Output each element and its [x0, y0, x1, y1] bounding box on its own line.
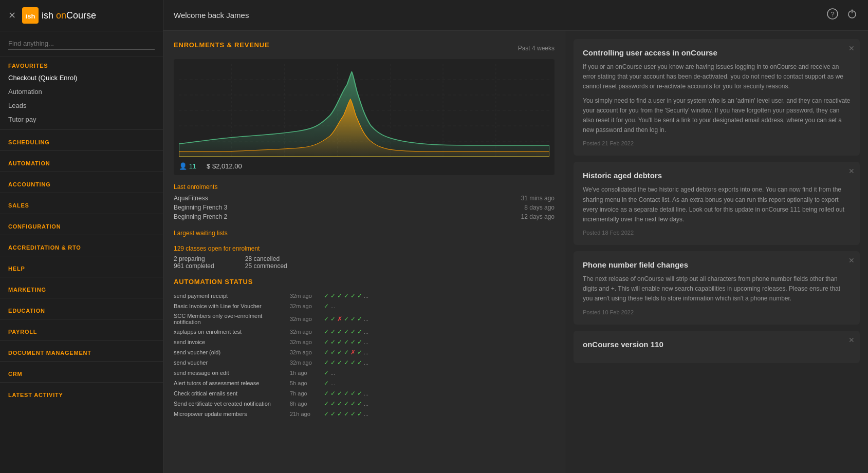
check-icon: ✓: [324, 369, 329, 376]
auto-time: 8h ago: [290, 401, 321, 407]
fail-icon: ✗: [337, 315, 342, 323]
revenue-amount: $ $2,012.00: [207, 162, 242, 170]
last-enrolments-label[interactable]: Last enrolments: [174, 183, 555, 191]
news-card-title: Phone number field changes: [583, 260, 851, 269]
configuration-label: CONFIGURATION: [0, 217, 163, 232]
more-icon[interactable]: ...: [364, 411, 368, 417]
auto-checks: ✓ ✓ ✓ ✓ ✓ ✓ ...: [324, 338, 368, 346]
more-icon[interactable]: ...: [364, 339, 368, 345]
check-icon: ✓: [344, 390, 349, 397]
accounting-label: ACCOUNTING: [0, 175, 163, 190]
automation-row: send voucher (old) 32m ago ✓ ✓ ✓ ✓ ✗ ✓ .…: [174, 347, 555, 357]
check-icon: ✓: [330, 315, 336, 323]
auto-name: send voucher: [174, 360, 287, 366]
check-icon: ✓: [350, 315, 356, 323]
sidebar-item-tutor-pay[interactable]: Tutor pay: [0, 112, 163, 126]
auto-checks: ✓ ✓ ✓ ✓ ✗ ✓ ...: [324, 349, 368, 356]
period-label: Past 4 weeks: [518, 45, 555, 52]
sidebar-favourites-section: FAVOURITES Checkout (Quick Enrol) Automa…: [0, 56, 163, 126]
more-icon[interactable]: ...: [364, 390, 368, 396]
commenced-stat: 25 commenced: [245, 262, 287, 270]
more-icon[interactable]: ...: [364, 329, 368, 335]
more-icon[interactable]: ...: [364, 401, 368, 407]
news-card-debtors: ✕ Historic aged debtors We've consolidat…: [574, 162, 860, 245]
check-icon: ✓: [350, 410, 356, 418]
check-icon: ✓: [330, 292, 336, 299]
sidebar-item-checkout[interactable]: Checkout (Quick Enrol): [0, 71, 163, 85]
close-news-card-button[interactable]: ✕: [848, 256, 855, 264]
auto-checks: ✓ ✓ ✓ ✓ ✓ ✓ ...: [324, 359, 368, 366]
enrolment-row: Beginning French 3 8 days ago: [174, 203, 555, 212]
help-icon[interactable]: ?: [827, 8, 838, 22]
check-icon: ✓: [330, 390, 336, 397]
check-icon: ✓: [324, 410, 329, 418]
automation-row: Send certificate vet created notificatio…: [174, 399, 555, 409]
automation-row: send message on edit 1h ago ✓ ...: [174, 368, 555, 378]
main-header: Welcome back James ?: [163, 0, 868, 31]
auto-name: send invoice: [174, 339, 287, 345]
auto-time: 21h ago: [290, 411, 321, 417]
close-news-card-button[interactable]: ✕: [848, 167, 855, 175]
check-icon: ✓: [337, 410, 342, 418]
sidebar-item-leads[interactable]: Leads: [0, 99, 163, 112]
enrolment-time: 12 days ago: [521, 213, 555, 220]
news-card-access: ✕ Controlling user access in onCourse If…: [574, 39, 860, 156]
close-news-card-button[interactable]: ✕: [848, 44, 855, 52]
open-enrolment-label[interactable]: 129 classes open for enrolment: [174, 245, 555, 252]
search-input[interactable]: [8, 37, 155, 50]
check-icon: ✓: [324, 292, 329, 299]
check-icon: ✓: [344, 349, 349, 356]
more-icon[interactable]: ...: [364, 349, 368, 355]
more-icon[interactable]: ...: [364, 293, 368, 299]
check-icon: ✓: [324, 380, 329, 387]
automation-row: Check critical emails sent 7h ago ✓ ✓ ✓ …: [174, 388, 555, 399]
help-label: HELP: [0, 259, 163, 274]
more-icon[interactable]: ...: [364, 316, 368, 322]
waiting-lists-label[interactable]: Largest waiting lists: [174, 230, 555, 237]
preparing-stat: 2 preparing: [174, 255, 214, 262]
check-icon: ✓: [350, 338, 356, 346]
logo-text: ish onCourse: [42, 10, 96, 21]
check-icon: ✓: [350, 328, 356, 335]
news-card-title: Controlling user access in onCourse: [583, 48, 851, 57]
close-sidebar-button[interactable]: ✕: [8, 10, 16, 21]
auto-name: Basic Invoice with Line for Voucher: [174, 303, 287, 309]
enrolment-row: AquaFitness 31 mins ago: [174, 194, 555, 203]
check-icon: ✓: [344, 338, 349, 346]
check-icon: ✓: [324, 328, 329, 335]
check-icon: ✓: [324, 338, 329, 346]
completed-stat: 961 completed: [174, 262, 214, 270]
more-icon[interactable]: ...: [330, 303, 335, 309]
enrolment-name: AquaFitness: [174, 195, 208, 202]
check-icon: ✓: [344, 315, 349, 323]
enrolment-name: Beginning French 3: [174, 204, 227, 211]
logo-icon: ish: [22, 7, 39, 24]
more-icon[interactable]: ...: [330, 370, 335, 376]
check-icon: ✓: [344, 400, 349, 407]
enrolment-name: Beginning French 2: [174, 213, 227, 220]
check-icon: ✓: [330, 328, 336, 335]
ish-logo-svg: ish: [23, 8, 38, 23]
automation-row: send payment receipt 32m ago ✓ ✓ ✓ ✓ ✓ ✓…: [174, 291, 555, 301]
auto-time: 32m ago: [290, 349, 321, 355]
news-card-body-1: If you or an onCourse user you know are …: [583, 62, 851, 92]
header-icons: ?: [827, 8, 858, 22]
automation-row: Basic Invoice with Line for Voucher 32m …: [174, 301, 555, 311]
scheduling-label: SCHEDULING: [0, 133, 163, 147]
more-icon[interactable]: ...: [330, 380, 335, 386]
close-news-card-button[interactable]: ✕: [848, 336, 855, 344]
news-card-title: Historic aged debtors: [583, 171, 851, 180]
main-area: Welcome back James ? ENROLMENTS & REVENU…: [163, 0, 868, 473]
auto-time: 32m ago: [290, 339, 321, 345]
news-panel: ✕ Controlling user access in onCourse If…: [565, 31, 868, 473]
automation-status-section: AUTOMATION STATUS send payment receipt 3…: [174, 278, 555, 419]
power-icon[interactable]: [846, 8, 858, 22]
auto-name: SCC Members only over-enrolment notifica…: [174, 313, 287, 325]
stats-col-1: 2 preparing 961 completed: [174, 255, 214, 270]
auto-name: send voucher (old): [174, 349, 287, 355]
check-icon: ✓: [337, 359, 342, 366]
sidebar-item-automation[interactable]: Automation: [0, 85, 163, 99]
news-card-posted: Posted 21 Feb 2022: [583, 140, 851, 146]
check-icon: ✓: [337, 292, 342, 299]
more-icon[interactable]: ...: [364, 360, 368, 366]
